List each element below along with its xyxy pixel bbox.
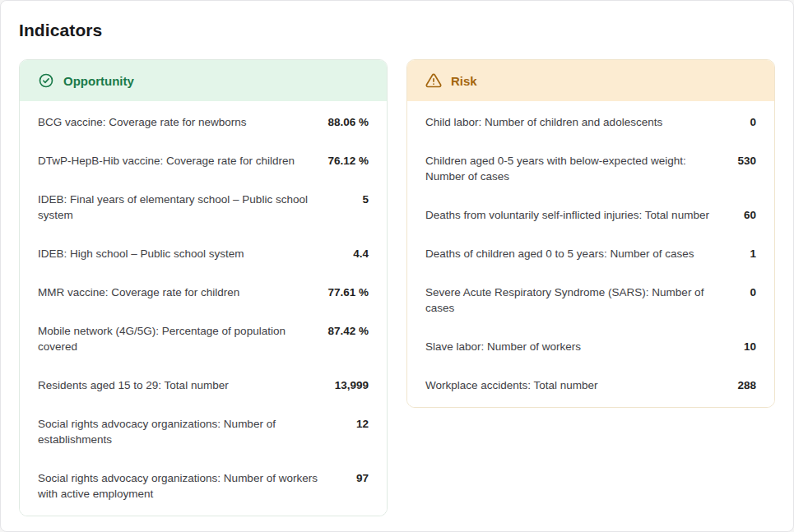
indicator-label: Child labor: Number of children and adol… xyxy=(425,114,662,130)
indicator-label: Mobile network (4G/5G): Percentage of po… xyxy=(38,323,311,354)
indicators-page: Indicators Opportunity BCG vaccine: Cove… xyxy=(0,0,794,532)
indicator-label: Residents aged 15 to 29: Total number xyxy=(38,377,229,393)
risk-card-title: Risk xyxy=(451,74,477,88)
indicator-value: 4.4 xyxy=(353,246,369,261)
indicator-value: 12 xyxy=(356,416,369,432)
warning-triangle-icon xyxy=(425,72,442,89)
indicator-value: 5 xyxy=(362,192,369,207)
indicator-label: Deaths of children aged 0 to 5 years: Nu… xyxy=(425,246,694,261)
indicator-label: IDEB: Final years of elementary school –… xyxy=(38,192,326,223)
indicator-row: DTwP-HepB-Hib vaccine: Coverage rate for… xyxy=(38,141,369,180)
indicator-value: 1 xyxy=(750,246,756,261)
indicator-value: 76.12 % xyxy=(327,153,369,169)
indicator-label: Severe Acute Respiratory Syndrome (SARS)… xyxy=(425,285,713,316)
indicator-value: 88.06 % xyxy=(327,114,369,130)
indicator-value: 13,999 xyxy=(335,377,369,393)
opportunity-card: Opportunity BCG vaccine: Coverage rate f… xyxy=(19,59,388,516)
risk-card-body: Child labor: Number of children and adol… xyxy=(407,101,774,407)
indicator-label: Slave labor: Number of workers xyxy=(425,339,581,354)
cards-container: Opportunity BCG vaccine: Coverage rate f… xyxy=(19,59,775,516)
indicator-label: Workplace accidents: Total number xyxy=(425,377,598,393)
indicator-label: Deaths from voluntarily self-inflicted i… xyxy=(425,207,709,223)
indicator-label: DTwP-HepB-Hib vaccine: Coverage rate for… xyxy=(38,153,295,169)
indicator-value: 77.61 % xyxy=(327,285,369,300)
indicator-row: Slave labor: Number of workers 10 xyxy=(425,327,756,366)
indicator-value: 288 xyxy=(737,377,756,393)
indicator-row: Mobile network (4G/5G): Percentage of po… xyxy=(38,312,369,366)
indicator-row: Social rights advocacy organizations: Nu… xyxy=(38,459,369,513)
indicator-label: Social rights advocacy organizations: Nu… xyxy=(38,470,326,502)
indicator-label: BCG vaccine: Coverage rate for newborns xyxy=(38,114,247,130)
indicator-label: Children aged 0-5 years with below-expec… xyxy=(425,153,713,184)
indicator-row: Child labor: Number of children and adol… xyxy=(425,103,756,141)
indicator-row: Social rights advocacy organizations: Nu… xyxy=(38,405,369,459)
indicator-row: MMR vaccine: Coverage rate for children … xyxy=(38,273,369,312)
indicator-row: BCG vaccine: Coverage rate for newborns … xyxy=(38,103,369,141)
indicator-value: 530 xyxy=(737,153,756,169)
indicator-label: MMR vaccine: Coverage rate for children xyxy=(38,285,239,300)
risk-card: Risk Child labor: Number of children and… xyxy=(406,59,775,408)
opportunity-card-header: Opportunity xyxy=(20,60,387,101)
indicator-row: Children aged 0-5 years with below-expec… xyxy=(425,141,756,196)
indicator-value: 10 xyxy=(744,339,756,354)
opportunity-card-title: Opportunity xyxy=(63,74,134,88)
indicator-value: 0 xyxy=(750,285,756,300)
indicator-value: 0 xyxy=(750,114,756,130)
indicator-row: IDEB: High school – Public school system… xyxy=(38,234,369,273)
indicator-row: Deaths of children aged 0 to 5 years: Nu… xyxy=(425,234,756,273)
opportunity-card-body: BCG vaccine: Coverage rate for newborns … xyxy=(20,101,387,516)
check-circle-icon xyxy=(38,72,54,89)
indicator-value: 87.42 % xyxy=(327,323,369,339)
indicator-row: IDEB: Final years of elementary school –… xyxy=(38,180,369,234)
indicator-row: Severe Acute Respiratory Syndrome (SARS)… xyxy=(425,273,756,327)
indicator-value: 60 xyxy=(744,207,756,223)
risk-card-header: Risk xyxy=(407,60,774,101)
indicator-label: Social rights advocacy organizations: Nu… xyxy=(38,416,326,447)
indicator-value: 97 xyxy=(356,470,369,486)
indicator-row: Deaths from voluntarily self-inflicted i… xyxy=(425,196,756,234)
indicator-row: Workplace accidents: Total number 288 xyxy=(425,366,756,405)
indicator-label: IDEB: High school – Public school system xyxy=(38,246,244,261)
indicator-row: Residents aged 15 to 29: Total number 13… xyxy=(38,366,369,405)
page-title: Indicators xyxy=(19,21,775,40)
